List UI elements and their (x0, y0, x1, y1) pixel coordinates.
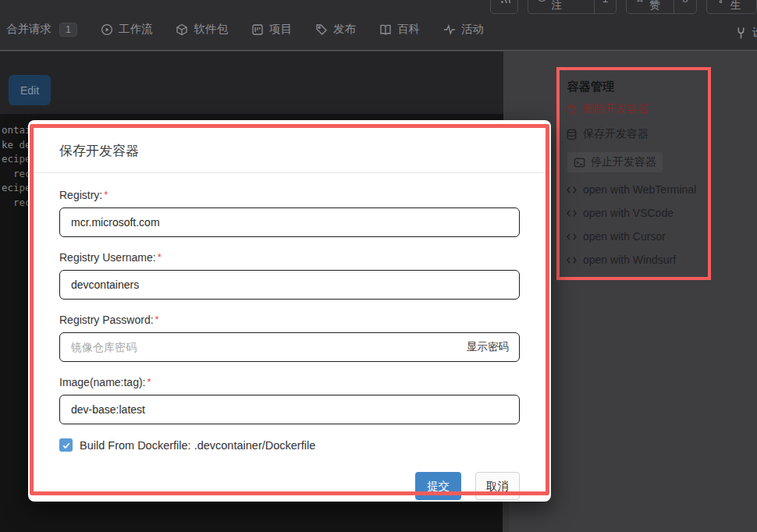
star-button[interactable]: 点赞 0 (626, 0, 697, 14)
panel-item-label: 停止开发容器 (591, 155, 656, 169)
fork-label: 派生 (730, 0, 748, 12)
tab-wiki[interactable]: 百科 (379, 22, 420, 37)
panel-item-label: 保存开发容器 (583, 127, 649, 141)
fork-icon (716, 0, 726, 5)
submit-button[interactable]: 提交 (415, 472, 461, 500)
tab-merge-requests[interactable]: 合并请求 1 (6, 22, 77, 37)
registry-username-input[interactable] (59, 270, 520, 300)
panel-item-delete-container[interactable]: 删除开发容器 (566, 102, 708, 116)
code-icon (566, 231, 578, 243)
registry-username-field-group: Registry Username:* (59, 251, 520, 300)
required-asterisk: * (158, 251, 162, 263)
star-label: 点赞 (649, 0, 665, 12)
panel-item-label: open with Cursor (583, 230, 666, 243)
registry-password-label: Registry Password:* (59, 314, 520, 326)
eye-icon (537, 0, 547, 5)
trash-icon (566, 104, 578, 115)
tab-label: 发布 (333, 22, 356, 37)
registry-username-label: Registry Username:* (59, 251, 520, 264)
required-asterisk: * (147, 376, 151, 388)
database-icon (566, 129, 578, 140)
registry-input[interactable] (59, 207, 520, 237)
check-icon (62, 441, 71, 450)
fork-button[interactable]: 派生 (706, 0, 757, 14)
panel-item-label: open with VSCode (583, 207, 673, 219)
panel-item-open-windsurf[interactable]: open with Windsurf (566, 254, 708, 266)
cancel-button[interactable]: 取消 (475, 472, 520, 500)
panel-title: 容器管理 (567, 80, 708, 94)
tab-label: 活动 (461, 22, 484, 37)
required-asterisk: * (155, 314, 159, 325)
image-input[interactable] (59, 395, 520, 424)
merge-requests-count-badge: 1 (59, 23, 77, 37)
tab-label: 工作流 (119, 22, 153, 37)
package-icon (176, 23, 188, 36)
save-container-modal: 保存开发容器 Registry:* Registry Username:* (28, 120, 551, 502)
repo-action-buttons: 取消关注 1 点赞 0 派生 (490, 0, 757, 14)
wrench-icon (734, 27, 748, 40)
modal-footer: 提交 取消 (59, 472, 520, 500)
repo-tabs: 合并请求 1 工作流 软件包 项目 发布 百科 (6, 22, 484, 37)
tab-activity[interactable]: 活动 (443, 22, 484, 37)
unwatch-label: 取消关注 (552, 0, 585, 12)
required-asterisk: * (104, 189, 108, 200)
project-board-icon (251, 23, 264, 36)
panel-item-label: open with Windsurf (583, 254, 676, 266)
stars-count[interactable]: 0 (673, 0, 696, 13)
tab-label: 项目 (269, 22, 292, 37)
top-nav: 合并请求 1 工作流 软件包 项目 发布 百科 (0, 0, 757, 51)
settings-label: 设置 (752, 26, 757, 40)
panel-item-open-webterminal[interactable]: open with WebTerminal (566, 183, 708, 196)
build-from-dockerfile-checkbox[interactable] (59, 438, 73, 452)
tab-releases[interactable]: 发布 (315, 22, 356, 37)
edit-button[interactable]: Edit (9, 75, 51, 105)
app-canvas: 合并请求 1 工作流 软件包 项目 发布 百科 (0, 0, 757, 532)
image-field-group: Image(name:tag):* (59, 376, 520, 424)
watchers-count[interactable]: 1 (594, 0, 617, 13)
panel-item-save-container[interactable]: 保存开发容器 (566, 127, 708, 141)
panel-item-stop-container[interactable]: 停止开发容器 (567, 152, 663, 172)
registry-label: Registry:* (59, 189, 520, 201)
registry-password-input[interactable] (59, 332, 520, 362)
code-line: ontai (2, 124, 31, 136)
code-icon (566, 207, 578, 219)
tab-projects[interactable]: 项目 (251, 22, 292, 37)
build-from-dockerfile-row: Build From Dockerfile: .devcontainer/Doc… (59, 438, 520, 452)
tab-label: 百科 (397, 22, 420, 37)
code-line: ecipe (2, 182, 31, 193)
show-password-toggle[interactable]: 显示密码 (467, 340, 509, 354)
panel-item-open-cursor[interactable]: open with Cursor (566, 230, 708, 243)
modal-title: 保存开发容器 (28, 120, 551, 160)
code-icon (566, 254, 578, 266)
build-from-dockerfile-label[interactable]: Build From Dockerfile: .devcontainer/Doc… (80, 439, 315, 452)
editor-toolbar: Edit (0, 51, 503, 114)
editor-scrollbar[interactable] (503, 501, 509, 532)
registry-field-group: Registry:* (59, 189, 520, 237)
unwatch-button[interactable]: 取消关注 1 (528, 0, 617, 14)
rss-button[interactable] (490, 0, 518, 14)
tab-label: 合并请求 (6, 22, 52, 37)
panel-item-open-vscode[interactable]: open with VSCode (566, 207, 708, 219)
tab-label: 软件包 (194, 22, 228, 37)
tab-workflow[interactable]: 工作流 (101, 22, 153, 37)
panel-item-label: 删除开发容器 (583, 102, 649, 116)
code-line: ecipe (2, 153, 31, 165)
code-icon (566, 184, 578, 196)
panel-item-label: open with WebTerminal (583, 183, 696, 196)
tab-packages[interactable]: 软件包 (176, 22, 228, 37)
book-icon (379, 23, 392, 36)
activity-icon (443, 23, 456, 36)
settings-link[interactable]: 设置 (734, 26, 757, 40)
registry-password-field-group: Registry Password:* 显示密码 (59, 314, 520, 362)
star-icon (635, 0, 645, 5)
rss-icon (499, 0, 512, 5)
tag-icon (315, 23, 328, 36)
terminal-icon (574, 157, 585, 168)
image-label: Image(name:tag):* (59, 376, 520, 388)
container-management-panel: 容器管理 删除开发容器 保存开发容器 停止开发容器 open with WebT… (556, 67, 711, 280)
play-circle-icon (101, 23, 113, 36)
